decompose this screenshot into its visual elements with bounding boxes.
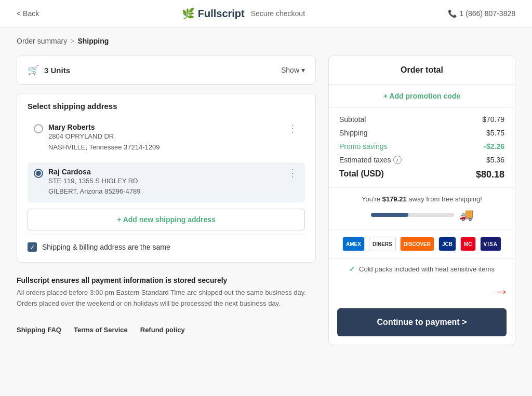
breadcrumb: Order summary > Shipping bbox=[0, 28, 532, 50]
truck-icon: 🚚 bbox=[459, 208, 473, 222]
price-rows: Subtotal $70.79 Shipping $5.75 Promo sav… bbox=[329, 108, 515, 188]
promo-savings-label: Promo savings bbox=[339, 142, 388, 151]
price-row-shipping: Shipping $5.75 bbox=[339, 129, 504, 137]
top-bar: < Back 🌿 Fullscript Secure checkout 📞 1 … bbox=[0, 0, 532, 28]
free-shipping-amount: $179.21 bbox=[382, 195, 407, 203]
phone-number: 1 (866) 807-3828 bbox=[460, 9, 515, 18]
address-option-2[interactable]: Raj Cardosa STE 119, 1355 S HIGLEY RD GI… bbox=[28, 162, 305, 203]
same-address-label: Shipping & billing address are the same bbox=[42, 243, 170, 251]
diners-badge: DINERS bbox=[369, 237, 396, 251]
arrow-right-icon: → bbox=[494, 283, 509, 300]
show-label: Show bbox=[281, 66, 299, 74]
address-option-2-left: Raj Cardosa STE 119, 1355 S HIGLEY RD GI… bbox=[34, 168, 141, 198]
cold-packs-row: ✓ Cold packs included with heat sensitiv… bbox=[329, 259, 515, 279]
shipping-label: Shipping bbox=[339, 129, 368, 137]
main-layout: 🛒 3 Units Show ▾ Select shipping address… bbox=[0, 50, 532, 362]
refund-link[interactable]: Refund policy bbox=[140, 326, 185, 334]
shipping-section-title: Select shipping address bbox=[28, 102, 305, 111]
shipping-faq-link[interactable]: Shipping FAQ bbox=[17, 326, 61, 334]
address-1-line2: NASHVILLE, Tennessee 37214-1209 bbox=[48, 142, 159, 153]
price-row-total: Total (USD) $80.18 bbox=[339, 169, 504, 180]
check-mark-icon: ✓ bbox=[30, 244, 35, 251]
promo-row: + Add promotion code bbox=[329, 85, 515, 108]
security-text: All orders placed before 3:00 pm Eastern… bbox=[17, 288, 316, 309]
radio-1[interactable] bbox=[34, 124, 43, 133]
breadcrumb-current: Shipping bbox=[77, 37, 109, 45]
taxes-label: Estimated taxes i bbox=[339, 156, 402, 164]
visa-badge: VISA bbox=[480, 237, 501, 251]
price-row-promo: Promo savings -$2.26 bbox=[339, 142, 504, 151]
left-column: 🛒 3 Units Show ▾ Select shipping address… bbox=[17, 56, 316, 345]
address-option-1-left: Mary Roberts 2804 OPRYLAND DR NASHVILLE,… bbox=[34, 123, 159, 153]
secure-label: Secure checkout bbox=[251, 9, 305, 18]
address-1-line1: 2804 OPRYLAND DR bbox=[48, 131, 159, 142]
chevron-down-icon: ▾ bbox=[301, 66, 305, 74]
same-address-checkbox[interactable]: ✓ bbox=[28, 242, 37, 252]
address-2-details: Raj Cardosa STE 119, 1355 S HIGLEY RD GI… bbox=[48, 168, 141, 198]
taxes-value: $5.36 bbox=[486, 156, 504, 164]
amex-badge: AMEX bbox=[342, 237, 365, 251]
logo: 🌿 Fullscript bbox=[182, 7, 245, 20]
show-button[interactable]: Show ▾ bbox=[281, 66, 305, 74]
shipping-bar-track bbox=[371, 213, 454, 217]
order-total-card: Order total + Add promotion code Subtota… bbox=[328, 56, 515, 345]
total-value: $80.18 bbox=[476, 169, 504, 180]
shipping-value: $5.75 bbox=[486, 129, 504, 137]
cold-packs-label: Cold packs included with heat sensitive … bbox=[359, 265, 495, 273]
units-label-area: 🛒 3 Units bbox=[28, 64, 70, 76]
info-icon: i bbox=[393, 156, 402, 164]
add-address-button[interactable]: + Add new shipping address bbox=[28, 209, 305, 230]
security-title: Fullscript ensures all payment informati… bbox=[17, 276, 316, 284]
price-row-taxes: Estimated taxes i $5.36 bbox=[339, 156, 504, 164]
back-link[interactable]: < Back bbox=[17, 9, 39, 18]
mastercard-badge: MC bbox=[460, 237, 476, 251]
same-address-row: ✓ Shipping & billing address are the sam… bbox=[28, 235, 305, 254]
order-total-title: Order total bbox=[339, 65, 504, 75]
price-row-subtotal: Subtotal $70.79 bbox=[339, 115, 504, 124]
logo-text: Fullscript bbox=[198, 8, 245, 20]
terms-link[interactable]: Terms of Service bbox=[74, 326, 128, 334]
footer-links: Shipping FAQ Terms of Service Refund pol… bbox=[17, 318, 316, 334]
logo-icon: 🌿 bbox=[182, 7, 195, 20]
address-1-details: Mary Roberts 2804 OPRYLAND DR NASHVILLE,… bbox=[48, 123, 159, 153]
address-2-name: Raj Cardosa bbox=[48, 168, 141, 176]
subtotal-label: Subtotal bbox=[339, 115, 366, 124]
free-shipping-text: You're $179.21 away from free shipping! bbox=[339, 195, 504, 203]
add-promo-link[interactable]: + Add promotion code bbox=[383, 92, 460, 100]
address-2-more-button[interactable]: ⋮ bbox=[286, 168, 299, 178]
units-label: 3 Units bbox=[44, 66, 70, 75]
shipping-bar-container: 🚚 bbox=[339, 208, 504, 222]
address-2-line1: STE 119, 1355 S HIGLEY RD bbox=[48, 176, 141, 187]
address-1-more-button[interactable]: ⋮ bbox=[286, 123, 299, 133]
jcb-badge: JCB bbox=[438, 237, 456, 251]
units-bar: 🛒 3 Units Show ▾ bbox=[28, 64, 305, 76]
units-card: 🛒 3 Units Show ▾ bbox=[17, 56, 316, 85]
back-link-container[interactable]: < Back bbox=[17, 9, 39, 18]
breadcrumb-order-summary[interactable]: Order summary bbox=[17, 37, 67, 45]
promo-savings-value: -$2.26 bbox=[484, 142, 504, 151]
right-column: Order total + Add promotion code Subtota… bbox=[328, 56, 515, 345]
free-shipping-section: You're $179.21 away from free shipping! … bbox=[329, 188, 515, 229]
discover-badge: DISCOVER bbox=[400, 237, 434, 251]
total-label: Total (USD) bbox=[339, 169, 384, 180]
address-option-1[interactable]: Mary Roberts 2804 OPRYLAND DR NASHVILLE,… bbox=[28, 118, 305, 158]
radio-2[interactable] bbox=[34, 169, 43, 178]
order-total-header: Order total bbox=[329, 56, 515, 85]
radio-2-inner bbox=[36, 171, 41, 176]
cart-icon: 🛒 bbox=[28, 64, 39, 76]
address-1-name: Mary Roberts bbox=[48, 123, 159, 131]
phone-area: 📞 1 (866) 807-3828 bbox=[448, 9, 515, 18]
security-section: Fullscript ensures all payment informati… bbox=[17, 271, 316, 309]
logo-area: 🌿 Fullscript Secure checkout bbox=[182, 7, 305, 20]
subtotal-value: $70.79 bbox=[482, 115, 504, 124]
address-2-line2: GILBERT, Arizona 85296-4789 bbox=[48, 186, 141, 197]
continue-to-payment-button[interactable]: Continue to payment > bbox=[337, 308, 507, 336]
breadcrumb-chevron: > bbox=[70, 37, 74, 45]
phone-icon: 📞 bbox=[448, 9, 457, 18]
payment-icons: AMEX DINERS DISCOVER JCB MC VISA bbox=[329, 229, 515, 259]
shipping-address-card: Select shipping address Mary Roberts 280… bbox=[17, 93, 316, 263]
cold-packs-check-icon: ✓ bbox=[349, 265, 355, 273]
shipping-bar-fill bbox=[371, 213, 408, 217]
